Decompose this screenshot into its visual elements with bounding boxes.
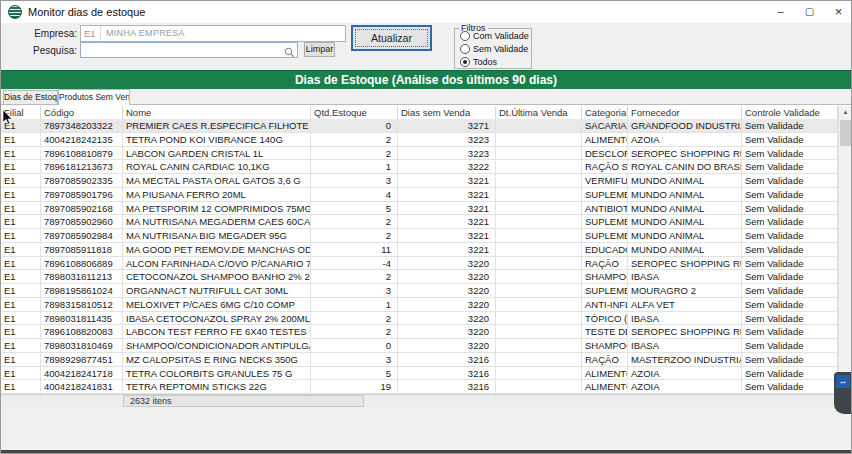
column-header-controle[interactable]: Controle Validade <box>742 106 838 119</box>
filter-radio[interactable]: Sem Validade <box>455 43 531 55</box>
table-row[interactable]: E17897348203322PREMIER CAES R.ESPECIFICA… <box>1 119 838 133</box>
table-row[interactable]: E17897085902168MA PETSPORIM 12 COMPRIMID… <box>1 202 838 216</box>
filter-radio[interactable]: Todos <box>455 56 531 68</box>
cell-filial: E1 <box>1 160 41 174</box>
table-row[interactable]: E17897085901796MA PIUSANA FERRO 20ML4322… <box>1 188 838 202</box>
cell-qtd: 2 <box>311 215 398 229</box>
table-row[interactable]: E17896108810879LABCON GARDEN CRISTAL 1L2… <box>1 147 838 161</box>
cell-controle: Sem Validade <box>742 243 838 257</box>
table-row[interactable]: E17897085902335MA MECTAL PASTA ORAL GATO… <box>1 174 838 188</box>
cell-dt <box>496 325 582 339</box>
column-header-codigo[interactable]: Código <box>41 106 123 119</box>
grid-header-row: FilialCódigoNomeQtd.EstoqueDias sem Vend… <box>1 106 838 120</box>
radio-icon <box>460 31 470 41</box>
cell-fornecedor: IBASA <box>628 270 742 284</box>
cell-nome: TETRA POND KOI VIBRANCE 140G <box>123 133 311 147</box>
minimize-button[interactable]: – <box>766 1 795 23</box>
search-input[interactable] <box>80 42 298 58</box>
cell-controle: Sem Validade <box>742 380 838 394</box>
cell-nome: CETOCONAZOL SHAMPOO BANHO 2% 200ML <box>123 270 311 284</box>
table-row[interactable]: E14004218241718TETRA COLORBITS GRANULES … <box>1 367 838 381</box>
cell-controle: Sem Validade <box>742 353 838 367</box>
cell-dias: 3216 <box>398 353 496 367</box>
table-row[interactable]: E17898195861024ORGANNACT NUTRIFULL CAT 3… <box>1 284 838 298</box>
cell-filial: E1 <box>1 380 41 394</box>
cell-dias: 3216 <box>398 380 496 394</box>
column-header-nome[interactable]: Nome <box>123 106 311 119</box>
cell-categoria: EDUCADOR <box>582 243 628 257</box>
resize-arrows-icon[interactable]: ↔ <box>836 375 850 388</box>
limpar-button[interactable]: Limpar <box>304 42 335 57</box>
table-row[interactable]: E17898929877451MZ CALOPSITAS E RING NECK… <box>1 353 838 367</box>
scroll-up-icon[interactable]: ▲ <box>839 106 852 119</box>
filter-radio-label: Todos <box>473 57 497 67</box>
table-row[interactable]: E17898031811435IBASA CETOCONAZOL SPRAY 2… <box>1 312 838 326</box>
vertical-scrollbar[interactable]: ▲ <box>838 106 852 406</box>
cell-controle: Sem Validade <box>742 174 838 188</box>
app-window: Monitor dias de estoque – ▢ × Empresa: E… <box>0 0 852 454</box>
cell-dias: 3223 <box>398 133 496 147</box>
overlay-widget[interactable]: ↔ <box>834 372 852 414</box>
search-icon[interactable] <box>283 44 296 56</box>
cell-controle: Sem Validade <box>742 367 838 381</box>
table-row[interactable]: E14004218242135TETRA POND KOI VIBRANCE 1… <box>1 133 838 147</box>
cell-filial: E1 <box>1 147 41 161</box>
mouse-cursor <box>3 110 13 129</box>
cell-controle: Sem Validade <box>742 339 838 353</box>
cell-filial: E1 <box>1 202 41 216</box>
cell-fornecedor: MOURAGRO 2 <box>628 284 742 298</box>
column-header-dias[interactable]: Dias sem Venda <box>398 106 496 119</box>
cell-codigo: 7898929877451 <box>41 353 123 367</box>
table-row[interactable]: E17897085902960MA NUTRISANA MEGADERM CAE… <box>1 215 838 229</box>
cell-dias: 3220 <box>398 325 496 339</box>
table-row[interactable]: E17896108820083LABCON TEST FERRO FE 6X40… <box>1 325 838 339</box>
cell-codigo: 7897085902168 <box>41 202 123 216</box>
cell-filial: E1 <box>1 257 41 271</box>
column-header-qtd[interactable]: Qtd.Estoque <box>311 106 398 119</box>
cell-controle: Sem Validade <box>742 312 838 326</box>
atualizar-button[interactable]: Atualizar <box>351 25 432 51</box>
table-row[interactable]: E14004218241831TETRA REPTOMIN STICKS 22G… <box>1 380 838 394</box>
table-row[interactable]: E17898315810512MELOXIVET P/CAES 6MG C/10… <box>1 298 838 312</box>
close-button[interactable]: × <box>824 1 852 23</box>
cell-qtd: 19 <box>311 380 398 394</box>
maximize-button[interactable]: ▢ <box>795 1 824 23</box>
cell-dias: 3221 <box>398 215 496 229</box>
cell-nome: LABCON GARDEN CRISTAL 1L <box>123 147 311 161</box>
cell-dt <box>496 174 582 188</box>
cell-codigo: 4004218242135 <box>41 133 123 147</box>
table-row[interactable]: E17898031810469SHAMPOO/CONDICIONADOR ANT… <box>1 339 838 353</box>
tab-dias-de-estoque[interactable]: Dias de Estoque <box>3 90 58 104</box>
table-row[interactable]: E17897085911818MA GOOD PET REMOV.DE MANC… <box>1 243 838 257</box>
radio-icon <box>460 57 470 67</box>
column-header-categoria[interactable]: Categoria <box>582 106 628 119</box>
cell-codigo: 7897085901796 <box>41 188 123 202</box>
cell-dias: 3221 <box>398 243 496 257</box>
cell-qtd: 3 <box>311 174 398 188</box>
cell-qtd: -4 <box>311 257 398 271</box>
cell-controle: Sem Validade <box>742 298 838 312</box>
table-row[interactable]: E17897085902984MA NUTRISANA BIG MEGADER … <box>1 229 838 243</box>
table-row[interactable]: E17896181213673ROYAL CANIN CARDIAC 10,1K… <box>1 160 838 174</box>
cell-categoria: SACARIA SI <box>582 119 628 133</box>
cell-nome: MA PETSPORIM 12 COMPRIMIDOS 75MG <box>123 202 311 216</box>
cell-dt <box>496 133 582 147</box>
filter-radio[interactable]: Com Validade <box>455 30 531 42</box>
cell-controle: Sem Validade <box>742 160 838 174</box>
cell-categoria: SHAMPOO D <box>582 270 628 284</box>
scroll-thumb[interactable] <box>840 120 852 146</box>
table-row[interactable]: E17898031811213CETOCONAZOL SHAMPOO BANHO… <box>1 270 838 284</box>
column-header-dt[interactable]: Dt.Última Venda <box>496 106 582 119</box>
cell-codigo: 7898315810512 <box>41 298 123 312</box>
cell-filial: E1 <box>1 312 41 326</box>
tab-produtos-sem-venda[interactable]: Produtos Sem Venda <box>58 89 130 105</box>
cell-filial: E1 <box>1 229 41 243</box>
column-header-fornecedor[interactable]: Fornecedor <box>628 106 742 119</box>
cell-fornecedor: MASTERZOO INDUSTRIA E COM <box>628 353 742 367</box>
cell-categoria: SUPLEMENT <box>582 215 628 229</box>
table-row[interactable]: E17896108806889ALCON FARINHADA C/OVO P/C… <box>1 257 838 271</box>
cell-qtd: 5 <box>311 367 398 381</box>
cell-codigo: 7897085902335 <box>41 174 123 188</box>
cell-controle: Sem Validade <box>742 229 838 243</box>
cell-qtd: 2 <box>311 270 398 284</box>
